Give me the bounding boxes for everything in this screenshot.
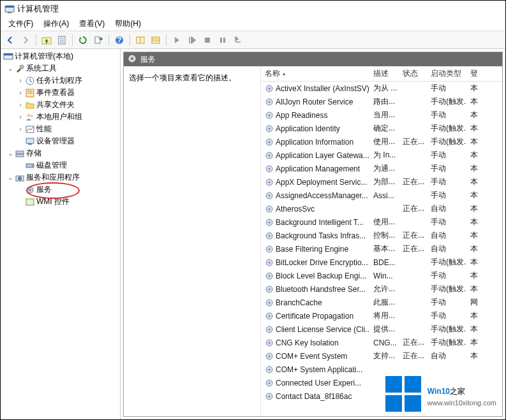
tree-task-scheduler[interactable]: ›任务计划程序	[2, 75, 120, 87]
menu-help[interactable]: 帮助(H)	[110, 17, 146, 31]
service-name: Application Management	[261, 164, 369, 173]
svg-rect-31	[16, 151, 24, 154]
expand-icon[interactable]: ›	[16, 89, 25, 98]
service-name: ActiveX Installer (AxInstSV)	[261, 84, 369, 93]
service-row[interactable]: Block Level Backup Engi...Win...手动本	[261, 269, 502, 282]
tree-shared-folders[interactable]: ›共享文件夹	[2, 99, 120, 111]
service-row[interactable]: App Readiness当用...手动本	[261, 108, 502, 122]
service-row[interactable]: Application Identity确定...手动(触发...本	[261, 122, 502, 135]
up-folder-button[interactable]	[40, 33, 54, 47]
resume-service-button[interactable]	[185, 33, 199, 47]
stop-service-button[interactable]	[200, 33, 214, 47]
service-logon: 本	[466, 257, 478, 268]
service-row[interactable]: Bluetooth Handsfree Ser...允许...手动(触发...本	[261, 282, 502, 296]
service-row[interactable]: Client License Service (Cli...提供...手动(触发…	[261, 322, 502, 336]
service-logon: 本	[466, 243, 478, 254]
expand-icon[interactable]: ›	[16, 113, 25, 122]
service-row[interactable]: Certificate Propagation将用...手动本	[261, 309, 502, 322]
column-startup[interactable]: 启动类型	[427, 66, 466, 81]
service-desc: BDE...	[369, 258, 399, 267]
properties-button[interactable]	[55, 33, 69, 47]
tree-wmi[interactable]: WMI 控件	[2, 196, 120, 208]
back-button[interactable]	[3, 33, 17, 47]
svg-point-81	[268, 342, 270, 344]
refresh-button[interactable]	[76, 33, 90, 47]
collapse-icon[interactable]: ⌄	[6, 149, 15, 158]
gear-icon	[265, 218, 274, 227]
pause-service-button[interactable]	[216, 33, 230, 47]
service-row[interactable]: COM+ Event System支持...正在...自动本	[261, 349, 502, 363]
expand-icon[interactable]: ›	[16, 101, 25, 110]
disk-icon	[25, 161, 35, 171]
services-apps-icon	[15, 173, 25, 183]
menu-view[interactable]: 查看(V)	[74, 17, 110, 31]
tree-performance[interactable]: ›性能	[2, 123, 120, 135]
gear-icon	[265, 111, 274, 120]
tree-root[interactable]: 计算机管理(本地)	[2, 50, 120, 62]
tree-storage[interactable]: ⌄ 存储	[2, 147, 120, 159]
expand-icon[interactable]: ›	[16, 76, 25, 85]
column-name[interactable]: 名称▴	[261, 66, 369, 81]
gear-icon	[265, 245, 274, 254]
service-logon: 本	[466, 310, 478, 321]
service-logon: 本	[466, 324, 478, 335]
view-columns-button[interactable]	[133, 33, 147, 47]
service-row[interactable]: CNG Key IsolationCNG...正在...手动(触发...本	[261, 336, 502, 349]
service-row[interactable]: BranchCache此服...手动网	[261, 296, 502, 309]
service-name: Bluetooth Handsfree Ser...	[261, 285, 369, 294]
service-row[interactable]: Connected User Experi...	[261, 376, 502, 389]
menu-file[interactable]: 文件(F)	[3, 17, 38, 31]
tools-icon	[15, 64, 25, 74]
service-row[interactable]: ActiveX Installer (AxInstSV)为从 ...手动本	[261, 82, 502, 95]
service-row[interactable]: AllJoyn Router Service路由...手动(触发...本	[261, 95, 502, 108]
service-row[interactable]: Application Management为通...手动本	[261, 162, 502, 175]
svg-point-59	[268, 194, 270, 196]
service-row[interactable]: Contact Data_8f186ac	[261, 389, 502, 403]
service-row[interactable]: Base Filtering Engine基本...正在...自动本	[261, 242, 502, 256]
service-row[interactable]: Application Information使用...正在...手动(触发..…	[261, 135, 502, 148]
service-name: Block Level Backup Engi...	[261, 272, 369, 280]
service-row[interactable]: AppX Deployment Servic...为部...正在...手动本	[261, 175, 502, 189]
menu-action[interactable]: 操作(A)	[38, 17, 74, 31]
tree-event-viewer[interactable]: ›事件查看器	[2, 87, 120, 99]
gear-icon	[265, 379, 274, 387]
expand-icon[interactable]: ›	[16, 125, 25, 134]
service-row[interactable]: BitLocker Drive Encryptio...BDE...手动(触发.…	[261, 256, 502, 269]
service-row[interactable]: COM+ System Applicati...	[261, 363, 502, 376]
restart-service-button[interactable]	[231, 33, 245, 47]
computer-icon	[3, 52, 13, 62]
view-details-button[interactable]	[149, 33, 163, 47]
services-list[interactable]: 名称▴ 描述 状态 启动类型 登 ActiveX Installer (AxIn…	[261, 66, 502, 416]
column-description[interactable]: 描述	[369, 66, 399, 81]
start-service-button[interactable]	[170, 33, 184, 47]
tree-device-manager[interactable]: 设备管理器	[2, 135, 120, 147]
service-name: Base Filtering Engine	[261, 245, 369, 254]
service-desc: 支持...	[369, 351, 399, 361]
service-startup: 手动	[427, 110, 466, 120]
collapse-icon[interactable]: ⌄	[6, 173, 15, 182]
tree-local-users[interactable]: ›本地用户和组	[2, 111, 120, 123]
service-row[interactable]: Application Layer Gatewa...为 In...手动本	[261, 148, 502, 162]
forward-button[interactable]	[19, 33, 33, 47]
service-row[interactable]: Background Intelligent T...使用...手动本	[261, 215, 502, 229]
service-row[interactable]: AssignedAccessManager...Assi...手动本	[261, 189, 502, 202]
service-name: BranchCache	[261, 298, 369, 307]
svg-point-79	[268, 328, 270, 330]
tree-disk-management[interactable]: 磁盘管理	[2, 159, 120, 171]
toolbar-separator	[72, 34, 73, 46]
column-status[interactable]: 状态	[399, 66, 427, 81]
tree-system-tools[interactable]: ⌄ 系统工具	[2, 62, 120, 75]
tree-services-apps[interactable]: ⌄ 服务和应用程序	[2, 171, 120, 184]
service-startup: 自动	[427, 230, 466, 241]
service-desc: 当用...	[369, 110, 399, 120]
export-button[interactable]	[91, 33, 105, 47]
list-rows[interactable]: ActiveX Installer (AxInstSV)为从 ...手动本All…	[261, 82, 502, 416]
service-row[interactable]: Background Tasks Infras...控制...正在...自动本	[261, 229, 502, 242]
collapse-icon[interactable]: ⌄	[6, 64, 15, 73]
column-logon[interactable]: 登	[466, 66, 478, 81]
service-name: CNG Key Isolation	[261, 338, 369, 347]
tree-services[interactable]: 服务	[2, 184, 120, 196]
service-row[interactable]: AtherosSvc正在...自动本	[261, 202, 502, 215]
tree-pane[interactable]: 计算机管理(本地) ⌄ 系统工具 ›任务计划程序 ›事件查看器 ›共享文件夹 ›…	[1, 49, 121, 419]
help-button[interactable]: ?	[112, 33, 126, 47]
